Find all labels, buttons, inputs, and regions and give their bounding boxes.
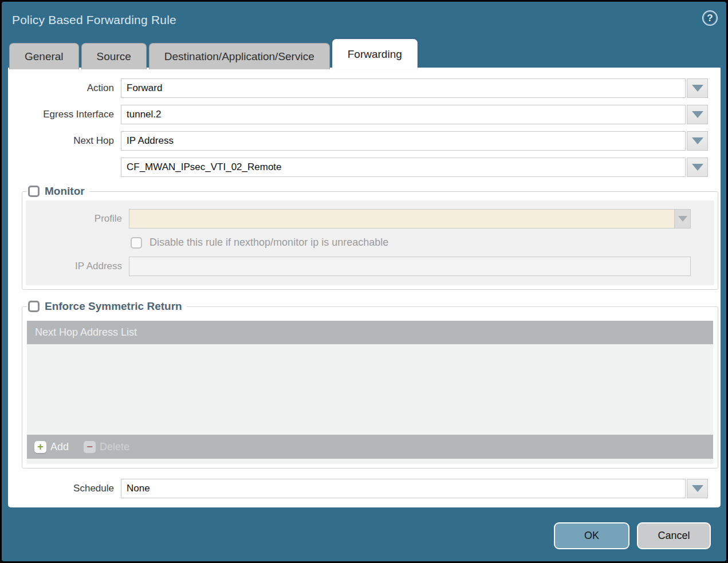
monitor-legend: Monitor xyxy=(27,185,89,198)
dialog-titlebar: Policy Based Forwarding Rule ? xyxy=(2,2,726,38)
egress-interface-dropdown-button[interactable] xyxy=(687,105,708,124)
plus-icon: + xyxy=(34,441,46,453)
delete-button-label: Delete xyxy=(100,441,129,453)
dialog-title: Policy Based Forwarding Rule xyxy=(12,13,176,27)
monitor-fieldset: Monitor Profile Disable this rule if nex… xyxy=(22,185,718,290)
monitor-panel: Profile Disable this rule if nexthop/mon… xyxy=(26,200,714,285)
next-hop-address-select[interactable]: CF_MWAN_IPsec_VTI_02_Remote xyxy=(121,158,686,177)
profile-label: Profile xyxy=(26,209,129,229)
monitor-legend-label: Monitor xyxy=(45,185,85,198)
egress-interface-label: Egress Interface xyxy=(8,105,121,124)
chevron-down-icon xyxy=(692,85,703,92)
disable-rule-label: Disable this rule if nexthop/monitor ip … xyxy=(149,237,388,249)
next-hop-address-list-body[interactable] xyxy=(27,344,713,435)
symmetric-return-checkbox[interactable] xyxy=(28,301,40,312)
profile-dropdown-button[interactable] xyxy=(674,209,691,229)
chevron-down-icon xyxy=(692,485,703,492)
help-icon[interactable]: ? xyxy=(702,10,718,26)
action-select[interactable]: Forward xyxy=(121,78,686,98)
monitor-checkbox[interactable] xyxy=(28,186,40,197)
action-dropdown-button[interactable] xyxy=(687,78,708,98)
tab-destination-application-service[interactable]: Destination/Application/Service xyxy=(149,43,330,69)
next-hop-address-table: Next Hop Address List + Add − Delete xyxy=(27,321,713,464)
next-hop-type-dropdown-button[interactable] xyxy=(687,131,708,151)
chevron-down-icon xyxy=(678,216,687,222)
next-hop-row: Next Hop IP Address xyxy=(8,131,721,151)
cancel-button[interactable]: Cancel xyxy=(637,522,711,549)
ok-button[interactable]: OK xyxy=(554,522,629,549)
egress-interface-row: Egress Interface tunnel.2 xyxy=(8,105,721,124)
tab-bar: General Source Destination/Application/S… xyxy=(9,39,721,69)
action-label: Action xyxy=(8,78,121,98)
add-button[interactable]: + Add xyxy=(34,441,69,453)
next-hop-address-dropdown-button[interactable] xyxy=(687,158,708,177)
profile-select[interactable] xyxy=(129,209,674,229)
symmetric-return-legend-label: Enforce Symmetric Return xyxy=(45,300,182,313)
action-row: Action Forward xyxy=(8,78,721,98)
symmetric-return-fieldset: Enforce Symmetric Return Next Hop Addres… xyxy=(22,300,718,468)
chevron-down-icon xyxy=(692,164,703,171)
schedule-select[interactable]: None xyxy=(121,479,686,498)
schedule-dropdown-button[interactable] xyxy=(687,479,708,498)
delete-button[interactable]: − Delete xyxy=(84,441,129,453)
profile-row: Profile xyxy=(26,209,714,229)
monitor-ip-address-label: IP Address xyxy=(26,257,129,276)
minus-icon: − xyxy=(84,441,96,453)
forwarding-tab-content: Action Forward Egress Interface tunnel.2… xyxy=(8,68,721,507)
tab-general[interactable]: General xyxy=(9,43,79,69)
tab-source[interactable]: Source xyxy=(81,43,147,69)
next-hop-address-label xyxy=(8,158,121,177)
schedule-label: Schedule xyxy=(8,479,121,498)
schedule-row: Schedule None xyxy=(8,479,721,498)
add-button-label: Add xyxy=(50,441,69,453)
next-hop-address-list-toolbar: + Add − Delete xyxy=(27,435,713,459)
chevron-down-icon xyxy=(692,111,703,118)
egress-interface-select[interactable]: tunnel.2 xyxy=(121,105,686,124)
monitor-ip-address-row: IP Address xyxy=(26,257,714,276)
next-hop-address-list-header: Next Hop Address List xyxy=(27,321,713,344)
tab-forwarding[interactable]: Forwarding xyxy=(332,39,418,69)
disable-rule-checkbox[interactable] xyxy=(131,237,142,249)
next-hop-label: Next Hop xyxy=(8,131,121,151)
next-hop-address-row: CF_MWAN_IPsec_VTI_02_Remote xyxy=(8,158,721,177)
disable-rule-row: Disable this rule if nexthop/monitor ip … xyxy=(131,237,714,249)
next-hop-type-select[interactable]: IP Address xyxy=(121,131,686,151)
symmetric-return-legend: Enforce Symmetric Return xyxy=(27,300,187,313)
table-bottom-strip xyxy=(27,459,713,464)
chevron-down-icon xyxy=(692,137,703,144)
policy-based-forwarding-dialog: Policy Based Forwarding Rule ? General S… xyxy=(2,2,726,561)
monitor-ip-address-input[interactable] xyxy=(129,257,691,276)
